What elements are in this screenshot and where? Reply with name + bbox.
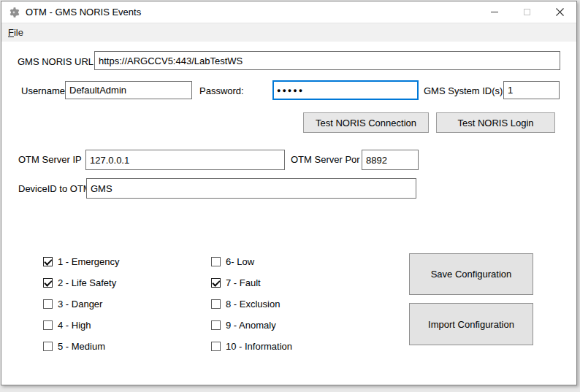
checkbox-icon (43, 299, 53, 309)
device-id-input[interactable] (86, 178, 416, 199)
checkbox-severity-4[interactable]: 4 - High (43, 315, 120, 336)
severity-column-1: 1 - Emergency 2 - Life Safety 3 - Danger… (43, 251, 120, 357)
checkbox-icon (211, 278, 221, 288)
checkbox-severity-9[interactable]: 9 - Anomaly (211, 315, 292, 336)
test-noris-connection-button[interactable]: Test NORIS Connection (303, 112, 429, 133)
menu-file-rest: ile (14, 27, 23, 38)
checkbox-icon (211, 320, 221, 330)
otm-server-ip-input[interactable] (85, 150, 285, 170)
gms-system-ids-label: GMS System ID(s): (424, 82, 505, 101)
noris-url-label: GMS NORIS URL: (18, 53, 96, 72)
checkbox-icon (43, 342, 53, 351)
title-bar: OTM - GMS NORIS Events (1, 1, 576, 23)
checkbox-icon (43, 320, 53, 330)
minimize-button[interactable] (478, 1, 511, 23)
checkbox-severity-5[interactable]: 5 - Medium (43, 336, 120, 357)
checkbox-label: 7 - Fault (226, 277, 261, 288)
checkbox-label: 8 - Exclusion (226, 299, 280, 310)
checkbox-label: 3 - Danger (58, 299, 102, 310)
checkbox-severity-6[interactable]: 6- Low (211, 251, 292, 272)
maximize-icon (524, 9, 530, 15)
device-id-label: DeviceID to OTM (18, 180, 91, 199)
minimize-icon (491, 12, 498, 12)
checkbox-label: 10 - Information (226, 341, 292, 352)
menu-file-accel: F (8, 27, 14, 38)
menu-file[interactable]: File (3, 23, 28, 42)
checkbox-icon (211, 257, 221, 266)
checkbox-severity-2[interactable]: 2 - Life Safety (43, 272, 120, 293)
otm-server-port-input[interactable] (362, 150, 419, 170)
checkbox-label: 4 - High (58, 320, 91, 331)
checkbox-icon (211, 342, 221, 351)
checkbox-severity-1[interactable]: 1 - Emergency (43, 251, 120, 272)
checkbox-label: 1 - Emergency (58, 256, 120, 267)
checkbox-severity-3[interactable]: 3 - Danger (43, 293, 120, 315)
checkbox-label: 9 - Anomaly (226, 320, 276, 331)
noris-url-input[interactable] (94, 51, 560, 70)
test-noris-login-button[interactable]: Test NORIS Login (436, 112, 555, 133)
username-input[interactable] (65, 81, 192, 99)
otm-server-ip-label: OTM Server IP (18, 150, 82, 169)
password-label: Password: (199, 82, 244, 101)
save-configuration-button[interactable]: Save Configuration (409, 253, 533, 295)
username-label: Username: (21, 82, 68, 101)
maximize-button (511, 1, 543, 23)
gms-system-ids-input[interactable] (503, 81, 560, 99)
checkbox-severity-7[interactable]: 7 - Fault (211, 272, 292, 293)
otm-server-port-label: OTM Server Por (291, 150, 360, 169)
checkbox-label: 6- Low (226, 256, 254, 267)
checkbox-icon (43, 257, 53, 266)
app-gear-icon (8, 7, 20, 18)
menu-bar: File (1, 23, 576, 42)
checkbox-icon (211, 299, 221, 309)
import-configuration-button[interactable]: Import Configuration (409, 303, 533, 345)
close-button[interactable] (543, 1, 576, 23)
checkbox-label: 2 - Life Safety (58, 277, 116, 288)
app-window: OTM - GMS NORIS Events File GMS NORIS UR… (1, 1, 577, 385)
checkbox-severity-10[interactable]: 10 - Information (211, 336, 292, 357)
severity-column-2: 6- Low 7 - Fault 8 - Exclusion 9 - Anoma… (211, 251, 292, 357)
close-icon (556, 8, 564, 16)
password-input[interactable] (272, 80, 419, 100)
window-controls (478, 1, 576, 23)
checkbox-label: 5 - Medium (58, 341, 105, 352)
checkbox-severity-8[interactable]: 8 - Exclusion (211, 293, 292, 315)
window-title: OTM - GMS NORIS Events (26, 7, 141, 18)
checkbox-icon (43, 278, 53, 288)
